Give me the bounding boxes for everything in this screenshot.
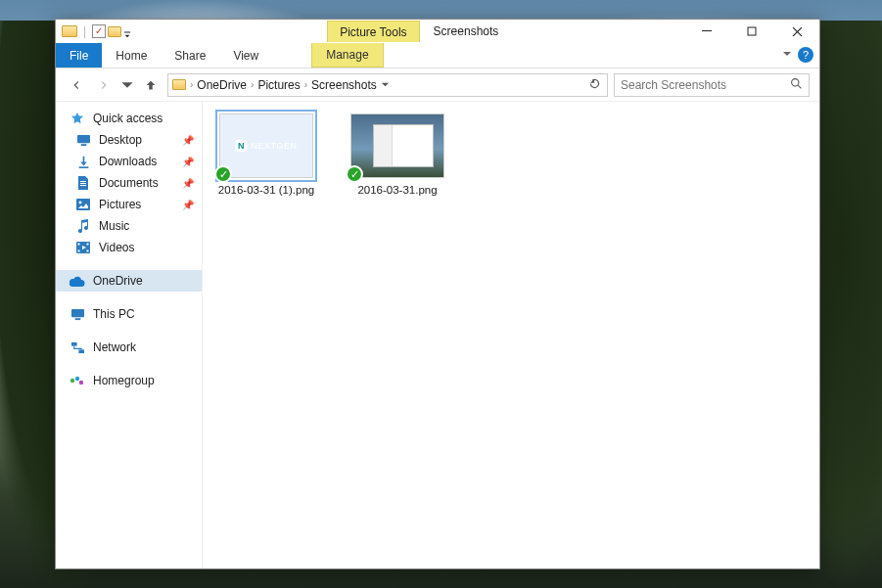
minimize-button[interactable] <box>684 20 729 43</box>
sidebar-item-label: Desktop <box>99 133 142 147</box>
svg-rect-6 <box>76 199 90 210</box>
svg-point-17 <box>70 379 74 383</box>
title-center: Picture Tools Screenshots <box>131 21 684 42</box>
qat-properties-button[interactable]: ✓ <box>92 24 106 38</box>
tab-manage[interactable]: Manage <box>311 43 383 68</box>
sidebar-item-label: Videos <box>99 241 134 254</box>
svg-point-7 <box>79 202 82 204</box>
tab-home[interactable]: Home <box>102 43 161 68</box>
chevron-right-icon[interactable]: › <box>251 79 254 90</box>
sidebar-item-label: Network <box>93 340 136 354</box>
contextual-tab-picture-tools[interactable]: Picture Tools <box>327 21 419 42</box>
sidebar-videos[interactable]: Videos <box>56 237 202 258</box>
search-icon[interactable] <box>790 77 803 93</box>
title-bar[interactable]: | ✓ Picture Tools Screenshots <box>56 20 819 43</box>
sidebar-desktop[interactable]: Desktop 📌 <box>56 129 202 151</box>
tab-file[interactable]: File <box>56 43 102 68</box>
search-input[interactable] <box>621 78 790 92</box>
breadcrumb-segment[interactable]: Pictures <box>257 78 300 92</box>
chevron-right-icon[interactable]: › <box>190 79 193 90</box>
nav-recent-dropdown[interactable] <box>120 74 134 96</box>
qat-customize-dropdown[interactable] <box>123 27 131 35</box>
navigation-bar: › OneDrive › Pictures › Screenshots <box>56 68 819 102</box>
sidebar-homegroup[interactable]: Homegroup <box>56 370 202 391</box>
sidebar-music[interactable]: Music <box>56 215 202 237</box>
close-button[interactable] <box>774 20 819 43</box>
window-title: Screenshots <box>434 24 499 38</box>
nav-back-button[interactable] <box>66 74 87 96</box>
qat-separator: | <box>83 24 86 38</box>
quick-access-toolbar: | ✓ <box>56 24 131 38</box>
ribbon-expand-button[interactable] <box>782 49 792 61</box>
pin-icon: 📌 <box>182 200 194 210</box>
sidebar-item-label: This PC <box>93 307 135 321</box>
nav-up-button[interactable] <box>140 74 162 96</box>
address-folder-icon <box>172 79 186 90</box>
file-name: 2016-03-31.png <box>357 184 437 196</box>
sidebar-item-label: Documents <box>99 176 159 190</box>
help-button[interactable]: ? <box>798 47 813 63</box>
window-controls <box>684 20 819 43</box>
sidebar-this-pc[interactable]: This PC <box>56 303 202 325</box>
svg-rect-3 <box>77 134 90 142</box>
svg-rect-0 <box>702 30 712 31</box>
address-bar[interactable]: › OneDrive › Pictures › Screenshots <box>167 73 608 97</box>
svg-point-19 <box>79 381 83 384</box>
breadcrumb-segment[interactable]: OneDrive <box>197 78 247 92</box>
tab-share[interactable]: Share <box>161 43 219 68</box>
pictures-icon <box>75 198 91 211</box>
explorer-window: | ✓ Picture Tools Screenshots <box>55 19 820 569</box>
file-item[interactable]: ✓ 2016-03-31.png <box>344 113 451 196</box>
svg-rect-11 <box>87 244 89 246</box>
ribbon-tabs: File Home Share View Manage ? <box>56 43 819 68</box>
refresh-button[interactable] <box>588 77 601 93</box>
pin-icon: 📌 <box>182 135 194 146</box>
svg-rect-1 <box>748 27 756 35</box>
svg-rect-4 <box>80 144 86 146</box>
cloud-icon <box>70 274 85 288</box>
desktop-wallpaper: | ✓ Picture Tools Screenshots <box>0 0 882 588</box>
svg-rect-9 <box>78 244 80 246</box>
sidebar-item-label: Downloads <box>99 155 157 168</box>
file-item[interactable]: NNEXTGEN ✓ 2016-03-31 (1).png <box>212 113 320 196</box>
sidebar-item-label: Quick access <box>93 112 162 125</box>
sidebar-pictures[interactable]: Pictures 📌 <box>56 194 202 215</box>
svg-rect-12 <box>87 250 89 252</box>
sidebar-quick-access[interactable]: Quick access <box>56 108 202 129</box>
videos-icon <box>75 241 91 254</box>
monitor-icon <box>70 307 85 321</box>
sidebar-onedrive[interactable]: OneDrive <box>56 270 202 292</box>
chevron-right-icon[interactable]: › <box>304 79 307 90</box>
folder-icon <box>62 25 77 37</box>
sync-check-icon: ✓ <box>214 165 232 183</box>
file-name: 2016-03-31 (1).png <box>218 184 314 196</box>
search-box[interactable] <box>614 73 810 97</box>
desktop-icon <box>75 133 91 147</box>
breadcrumb-segment[interactable]: Screenshots <box>311 78 377 92</box>
explorer-body: Quick access Desktop 📌 Downloads 📌 <box>56 102 819 568</box>
sidebar-documents[interactable]: Documents 📌 <box>56 172 202 194</box>
nav-forward-button[interactable] <box>93 74 115 96</box>
sidebar-downloads[interactable]: Downloads 📌 <box>56 151 202 172</box>
file-thumbnail: ✓ <box>350 113 444 178</box>
sidebar-network[interactable]: Network <box>56 337 202 358</box>
file-list[interactable]: NNEXTGEN ✓ 2016-03-31 (1).png ✓ 2016-03-… <box>203 102 819 568</box>
music-icon <box>75 219 91 233</box>
pin-icon: 📌 <box>182 178 194 189</box>
homegroup-icon <box>70 374 85 387</box>
sidebar-item-label: Homegroup <box>93 374 155 387</box>
svg-rect-10 <box>78 250 80 252</box>
maximize-button[interactable] <box>729 20 774 43</box>
pin-icon: 📌 <box>182 157 194 167</box>
svg-rect-5 <box>78 166 88 168</box>
sidebar-item-label: Music <box>99 219 129 233</box>
tab-view[interactable]: View <box>219 43 272 68</box>
file-thumbnail: NNEXTGEN ✓ <box>219 113 313 178</box>
address-history-dropdown[interactable] <box>381 78 390 92</box>
qat-new-folder-button[interactable] <box>108 26 121 37</box>
download-icon <box>75 155 91 168</box>
svg-rect-15 <box>71 341 77 345</box>
document-icon <box>75 176 91 190</box>
network-icon <box>70 340 85 354</box>
sidebar-item-label: OneDrive <box>93 274 143 288</box>
